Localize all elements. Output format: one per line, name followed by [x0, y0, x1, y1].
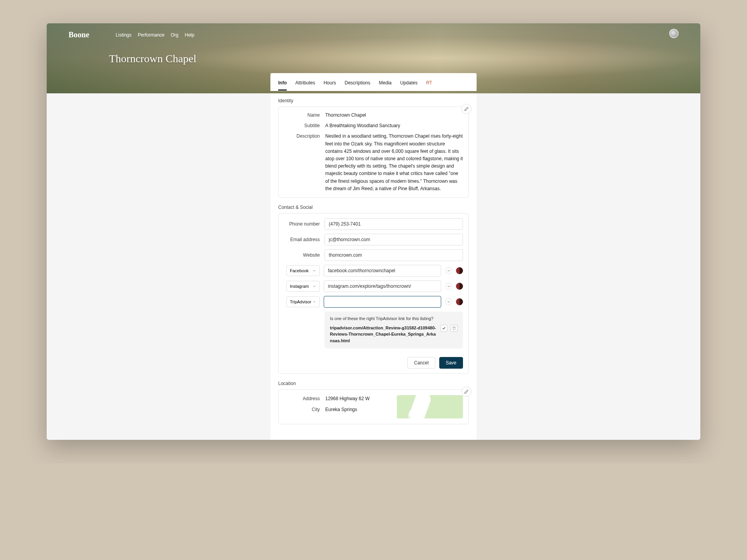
suggestion-link-row: tripadvisor.com/Attraction_Review-g31582… — [330, 325, 458, 344]
remove-social-instagram[interactable]: − — [445, 283, 452, 290]
chevron-down-icon — [312, 284, 316, 288]
address-label: Address — [284, 395, 320, 402]
check-icon — [442, 326, 446, 330]
phone-label: Phone number — [284, 221, 320, 227]
nav-help[interactable]: Help — [185, 32, 195, 38]
pencil-icon — [464, 389, 469, 394]
card-tabs: Info Attributes Hours Descriptions Media… — [270, 73, 477, 91]
social-url-tripadvisor[interactable] — [324, 296, 441, 308]
tab-descriptions[interactable]: Descriptions — [345, 80, 370, 91]
location-section-title: Location — [278, 374, 469, 389]
social-url-facebook[interactable] — [324, 265, 441, 276]
app-window: Boone Listings Performance Org Help Thor… — [47, 23, 700, 440]
website-label: Website — [284, 252, 320, 258]
tab-hours[interactable]: Hours — [324, 80, 336, 91]
location-fields: Address12968 Highway 62 W CityEureka Spr… — [284, 395, 391, 418]
cancel-button[interactable]: Cancel — [407, 357, 435, 369]
nav-org[interactable]: Org — [171, 32, 179, 38]
content-inner: Identity NameThorncrown Chapel SubtitleA… — [270, 91, 477, 440]
brand-logo[interactable]: Boone — [68, 30, 89, 39]
nav-performance[interactable]: Performance — [138, 32, 165, 38]
tab-attributes[interactable]: Attributes — [295, 80, 315, 91]
subtitle-label: Subtitle — [284, 122, 320, 130]
address-value: 12968 Highway 62 W — [325, 395, 391, 402]
avatar[interactable] — [669, 29, 679, 38]
save-button[interactable]: Save — [439, 357, 463, 369]
location-edit-button[interactable] — [461, 387, 472, 397]
social-url-instagram[interactable] — [324, 280, 441, 292]
description-label: Description — [284, 133, 320, 192]
pencil-icon — [464, 107, 469, 111]
subtitle-value: A Breathtaking Woodland Sanctuary — [325, 122, 463, 130]
location-panel: Address12968 Highway 62 W CityEureka Spr… — [278, 389, 469, 424]
social-select-instagram[interactable]: Instagram — [286, 281, 320, 292]
nav-listings[interactable]: Listings — [116, 32, 132, 38]
accept-suggestion-button[interactable] — [440, 325, 447, 332]
identity-edit-button[interactable] — [461, 104, 472, 114]
tab-media[interactable]: Media — [379, 80, 392, 91]
tab-info[interactable]: Info — [278, 80, 287, 91]
delete-suggestion-button[interactable] — [451, 325, 458, 332]
website-input[interactable] — [324, 249, 463, 261]
remove-social-tripadvisor[interactable]: − — [445, 298, 452, 305]
status-social-facebook[interactable] — [456, 267, 463, 274]
tabs: Info Attributes Hours Descriptions Media… — [278, 80, 469, 91]
contact-actions: Cancel Save — [284, 357, 463, 369]
topbar: Boone Listings Performance Org Help — [47, 23, 700, 39]
social-row-facebook: Facebook − — [284, 265, 463, 276]
map-thumbnail[interactable] — [397, 395, 463, 418]
city-value: Eureka Springs — [325, 406, 391, 413]
email-input[interactable] — [324, 234, 463, 245]
social-row-instagram: Instagram − — [284, 280, 463, 292]
name-value: Thorncrown Chapel — [325, 112, 463, 119]
email-label: Email address — [284, 237, 320, 242]
city-label: City — [284, 406, 320, 413]
suggestion-box: Is one of these the right TripAdvisor li… — [324, 312, 463, 349]
suggestion-link-text: tripadvisor.com/Attraction_Review-g31582… — [330, 325, 437, 344]
identity-panel: NameThorncrown Chapel SubtitleA Breathta… — [278, 107, 469, 198]
description-value: Nestled in a woodland setting, Thorncrow… — [325, 133, 463, 192]
nav: Listings Performance Org Help — [116, 32, 194, 38]
status-social-tripadvisor[interactable] — [456, 298, 463, 305]
phone-input[interactable] — [324, 218, 463, 230]
social-row-tripadvisor: TripAdvisor − — [284, 296, 463, 308]
identity-section-title: Identity — [278, 91, 469, 107]
chevron-down-icon — [312, 269, 316, 273]
trash-icon — [452, 326, 456, 330]
social-select-tripadvisor[interactable]: TripAdvisor — [286, 296, 320, 307]
remove-social-facebook[interactable]: − — [445, 267, 452, 274]
social-select-facebook[interactable]: Facebook — [286, 265, 320, 276]
name-label: Name — [284, 112, 320, 119]
content-area: Identity NameThorncrown Chapel SubtitleA… — [47, 91, 700, 440]
suggestion-question: Is one of these the right TripAdvisor li… — [330, 316, 458, 321]
status-social-instagram[interactable] — [456, 283, 463, 290]
tab-rt[interactable]: RT — [426, 80, 432, 91]
chevron-down-icon — [312, 300, 316, 304]
contact-panel: Phone number Email address Website Faceb… — [278, 213, 469, 374]
tab-updates[interactable]: Updates — [400, 80, 417, 91]
contact-section-title: Contact & Social — [278, 198, 469, 213]
page-title: Thorncrown Chapel — [47, 39, 700, 65]
